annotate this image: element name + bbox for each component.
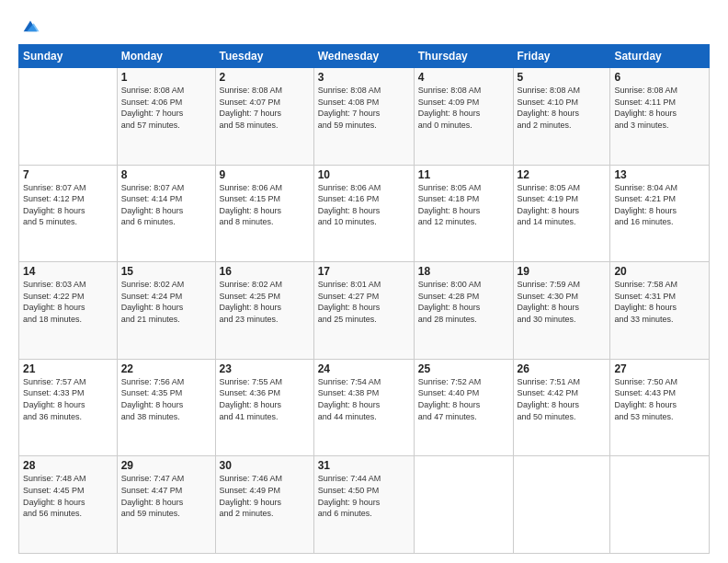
day-number: 10 (318, 168, 410, 181)
day-number: 3 (318, 71, 410, 84)
calendar-cell: 15Sunrise: 8:02 AM Sunset: 4:24 PM Dayli… (117, 262, 215, 360)
week-row-4: 28Sunrise: 7:48 AM Sunset: 4:45 PM Dayli… (19, 456, 710, 554)
day-info: Sunrise: 8:02 AM Sunset: 4:25 PM Dayligh… (220, 279, 310, 325)
calendar-table: SundayMondayTuesdayWednesdayThursdayFrid… (18, 44, 710, 554)
calendar-cell: 9Sunrise: 8:06 AM Sunset: 4:15 PM Daylig… (215, 165, 313, 262)
calendar-cell: 11Sunrise: 8:05 AM Sunset: 4:18 PM Dayli… (414, 165, 513, 262)
day-info: Sunrise: 8:05 AM Sunset: 4:18 PM Dayligh… (418, 182, 509, 228)
calendar-cell (610, 456, 710, 554)
day-info: Sunrise: 8:06 AM Sunset: 4:15 PM Dayligh… (220, 182, 310, 228)
day-info: Sunrise: 7:50 AM Sunset: 4:43 PM Dayligh… (614, 376, 705, 422)
calendar-cell: 1Sunrise: 8:08 AM Sunset: 4:06 PM Daylig… (117, 68, 215, 166)
day-header-saturday: Saturday (610, 45, 710, 68)
calendar-cell: 31Sunrise: 7:44 AM Sunset: 4:50 PM Dayli… (313, 456, 414, 554)
day-number: 26 (518, 362, 607, 375)
day-number: 5 (518, 71, 607, 84)
day-info: Sunrise: 7:48 AM Sunset: 4:45 PM Dayligh… (23, 473, 113, 519)
day-number: 19 (518, 265, 607, 278)
calendar-cell: 19Sunrise: 7:59 AM Sunset: 4:30 PM Dayli… (513, 262, 610, 360)
calendar-cell: 14Sunrise: 8:03 AM Sunset: 4:22 PM Dayli… (19, 262, 118, 360)
week-row-2: 14Sunrise: 8:03 AM Sunset: 4:22 PM Dayli… (19, 262, 710, 360)
logo-icon (20, 17, 40, 37)
day-number: 1 (121, 71, 211, 84)
day-number: 15 (121, 265, 211, 278)
day-info: Sunrise: 8:08 AM Sunset: 4:06 PM Dayligh… (121, 85, 211, 131)
calendar-cell: 16Sunrise: 8:02 AM Sunset: 4:25 PM Dayli… (215, 262, 313, 360)
day-info: Sunrise: 8:05 AM Sunset: 4:19 PM Dayligh… (518, 182, 607, 228)
week-row-0: 1Sunrise: 8:08 AM Sunset: 4:06 PM Daylig… (19, 68, 710, 166)
day-info: Sunrise: 8:06 AM Sunset: 4:16 PM Dayligh… (318, 182, 410, 228)
day-number: 23 (220, 362, 310, 375)
day-number: 18 (418, 265, 509, 278)
day-info: Sunrise: 8:03 AM Sunset: 4:22 PM Dayligh… (23, 279, 113, 325)
day-number: 20 (614, 265, 705, 278)
calendar-cell: 23Sunrise: 7:55 AM Sunset: 4:36 PM Dayli… (215, 359, 313, 456)
day-number: 14 (23, 265, 113, 278)
day-info: Sunrise: 7:57 AM Sunset: 4:33 PM Dayligh… (23, 376, 113, 422)
day-info: Sunrise: 7:51 AM Sunset: 4:42 PM Dayligh… (518, 376, 607, 422)
day-number: 8 (121, 168, 211, 181)
header (18, 17, 710, 37)
logo (18, 17, 40, 37)
calendar-cell: 2Sunrise: 8:08 AM Sunset: 4:07 PM Daylig… (215, 68, 313, 166)
day-number: 27 (614, 362, 705, 375)
calendar-cell: 6Sunrise: 8:08 AM Sunset: 4:11 PM Daylig… (610, 68, 710, 166)
day-info: Sunrise: 8:01 AM Sunset: 4:27 PM Dayligh… (318, 279, 410, 325)
calendar-cell: 27Sunrise: 7:50 AM Sunset: 4:43 PM Dayli… (610, 359, 710, 456)
calendar-cell: 22Sunrise: 7:56 AM Sunset: 4:35 PM Dayli… (117, 359, 215, 456)
calendar-cell: 12Sunrise: 8:05 AM Sunset: 4:19 PM Dayli… (513, 165, 610, 262)
day-info: Sunrise: 8:07 AM Sunset: 4:12 PM Dayligh… (23, 182, 113, 228)
calendar-cell: 8Sunrise: 8:07 AM Sunset: 4:14 PM Daylig… (117, 165, 215, 262)
calendar-cell: 24Sunrise: 7:54 AM Sunset: 4:38 PM Dayli… (313, 359, 414, 456)
day-number: 7 (23, 168, 113, 181)
calendar-cell (414, 456, 513, 554)
day-number: 21 (23, 362, 113, 375)
day-header-monday: Monday (117, 45, 215, 68)
day-number: 4 (418, 71, 509, 84)
calendar-cell: 7Sunrise: 8:07 AM Sunset: 4:12 PM Daylig… (19, 165, 118, 262)
day-number: 9 (220, 168, 310, 181)
week-row-3: 21Sunrise: 7:57 AM Sunset: 4:33 PM Dayli… (19, 359, 710, 456)
calendar-cell: 30Sunrise: 7:46 AM Sunset: 4:49 PM Dayli… (215, 456, 313, 554)
calendar-cell: 21Sunrise: 7:57 AM Sunset: 4:33 PM Dayli… (19, 359, 118, 456)
calendar-cell: 28Sunrise: 7:48 AM Sunset: 4:45 PM Dayli… (19, 456, 118, 554)
day-info: Sunrise: 8:04 AM Sunset: 4:21 PM Dayligh… (614, 182, 705, 228)
day-number: 12 (518, 168, 607, 181)
calendar-cell: 26Sunrise: 7:51 AM Sunset: 4:42 PM Dayli… (513, 359, 610, 456)
day-info: Sunrise: 8:08 AM Sunset: 4:10 PM Dayligh… (518, 85, 607, 131)
calendar-cell: 25Sunrise: 7:52 AM Sunset: 4:40 PM Dayli… (414, 359, 513, 456)
day-header-tuesday: Tuesday (215, 45, 313, 68)
day-header-wednesday: Wednesday (313, 45, 414, 68)
day-header-sunday: Sunday (19, 45, 118, 68)
header-row: SundayMondayTuesdayWednesdayThursdayFrid… (19, 45, 710, 68)
day-info: Sunrise: 8:02 AM Sunset: 4:24 PM Dayligh… (121, 279, 211, 325)
day-info: Sunrise: 8:07 AM Sunset: 4:14 PM Dayligh… (121, 182, 211, 228)
day-number: 11 (418, 168, 509, 181)
day-info: Sunrise: 7:44 AM Sunset: 4:50 PM Dayligh… (318, 473, 410, 519)
day-number: 6 (614, 71, 705, 84)
calendar-cell: 20Sunrise: 7:58 AM Sunset: 4:31 PM Dayli… (610, 262, 710, 360)
day-number: 30 (220, 459, 310, 472)
calendar-cell: 4Sunrise: 8:08 AM Sunset: 4:09 PM Daylig… (414, 68, 513, 166)
page: SundayMondayTuesdayWednesdayThursdayFrid… (0, 0, 728, 563)
calendar-cell: 17Sunrise: 8:01 AM Sunset: 4:27 PM Dayli… (313, 262, 414, 360)
day-number: 2 (220, 71, 310, 84)
day-info: Sunrise: 7:56 AM Sunset: 4:35 PM Dayligh… (121, 376, 211, 422)
day-header-thursday: Thursday (414, 45, 513, 68)
day-number: 13 (614, 168, 705, 181)
day-info: Sunrise: 8:00 AM Sunset: 4:28 PM Dayligh… (418, 279, 509, 325)
day-number: 25 (418, 362, 509, 375)
day-number: 28 (23, 459, 113, 472)
day-info: Sunrise: 7:52 AM Sunset: 4:40 PM Dayligh… (418, 376, 509, 422)
day-info: Sunrise: 7:55 AM Sunset: 4:36 PM Dayligh… (220, 376, 310, 422)
calendar-cell (19, 68, 118, 166)
day-number: 24 (318, 362, 410, 375)
day-info: Sunrise: 7:59 AM Sunset: 4:30 PM Dayligh… (518, 279, 607, 325)
calendar-cell: 5Sunrise: 8:08 AM Sunset: 4:10 PM Daylig… (513, 68, 610, 166)
calendar-cell: 10Sunrise: 8:06 AM Sunset: 4:16 PM Dayli… (313, 165, 414, 262)
day-info: Sunrise: 7:47 AM Sunset: 4:47 PM Dayligh… (121, 473, 211, 519)
week-row-1: 7Sunrise: 8:07 AM Sunset: 4:12 PM Daylig… (19, 165, 710, 262)
day-number: 31 (318, 459, 410, 472)
calendar-cell: 29Sunrise: 7:47 AM Sunset: 4:47 PM Dayli… (117, 456, 215, 554)
day-header-friday: Friday (513, 45, 610, 68)
